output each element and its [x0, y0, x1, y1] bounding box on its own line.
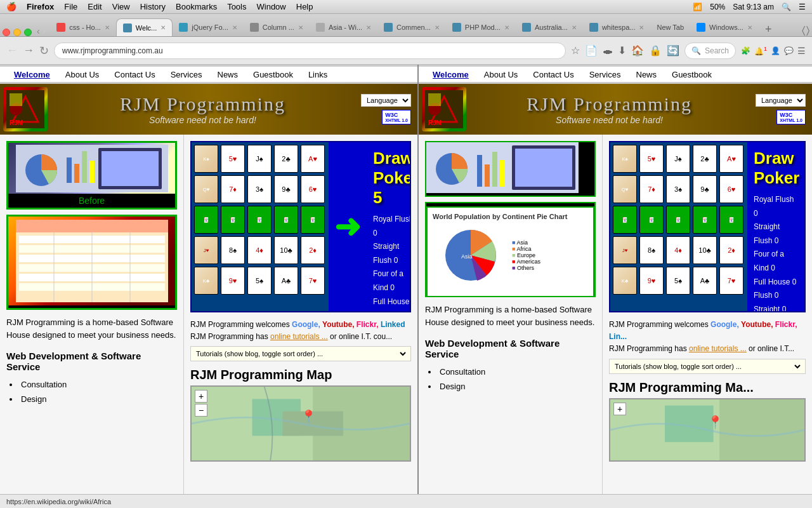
back-button[interactable]: ← [6, 44, 18, 57]
tab-php[interactable]: PHP Mod... ✕ [446, 18, 516, 36]
nav-news-right[interactable]: News [629, 70, 665, 79]
nav-about-right[interactable]: About Us [476, 70, 525, 79]
new-tab-button[interactable]: + [761, 23, 776, 36]
sync-icon[interactable]: 🔄 [667, 44, 679, 57]
tools-menu[interactable]: Tools [227, 2, 246, 11]
chat-icon[interactable]: 💬 [784, 46, 794, 55]
tab-jquery[interactable]: jQuery Fo... ✕ [173, 18, 243, 36]
file-menu[interactable]: File [64, 2, 77, 11]
poker-arrow: ➜ [329, 142, 367, 311]
zoom-out-button-left[interactable]: − [195, 404, 207, 417]
right-site-content: World Population by Continent Pie Chart [419, 135, 812, 494]
tab-column[interactable]: Column ... ✕ [244, 18, 310, 36]
map-container-left[interactable]: + − 📍 [190, 385, 411, 462]
forward-button[interactable]: → [23, 44, 34, 57]
nav-contact-left[interactable]: Contact Us [107, 70, 162, 79]
tutorial-select-right[interactable]: Tutorials (show blog, toggle sort order)… [612, 362, 802, 371]
r-stat-straight: Straight 0 [754, 303, 799, 312]
list-icon[interactable]: ☰ [799, 3, 806, 11]
tutorial-intro-right: RJM Programming welcomes Google, Youtube… [609, 319, 806, 343]
status-bar: https://en.wikipedia.org/wiki/Africa [0, 494, 812, 508]
battery-indicator: 50% [710, 3, 725, 11]
card-2-diamonds: 2♦ [301, 236, 325, 264]
nav-guestbook-right[interactable]: Guestbook [664, 70, 719, 79]
shield-icon[interactable]: 🔒 [649, 44, 662, 57]
reader-icon[interactable]: 📄 [585, 44, 598, 57]
tutorial-link1-left[interactable]: online tutorials ... [270, 332, 328, 341]
tutorial-dropdown-left[interactable]: Tutorials (show blog, toggle sort order)… [190, 346, 411, 361]
home-icon[interactable]: 🏠 [631, 44, 644, 57]
download-icon[interactable]: ⬇ [618, 44, 626, 57]
view-menu[interactable]: View [112, 2, 130, 11]
left-header-text: RJM Programming Software need not be har… [51, 93, 355, 125]
nav-contact-right[interactable]: Contact Us [525, 70, 581, 79]
nav-services-right[interactable]: Services [582, 70, 629, 79]
tab-back-arrow[interactable]: ‹ [37, 26, 40, 36]
tab-css[interactable]: css - Ho... ✕ [50, 18, 116, 36]
language-select-left[interactable]: Language [361, 94, 411, 107]
nav-welcome-left[interactable]: Welcome [6, 70, 58, 79]
tab-whitespace[interactable]: whitespa... ✕ [583, 18, 651, 36]
nav-welcome-right[interactable]: Welcome [425, 70, 476, 79]
highlight-linkedin-left: Linked [381, 320, 405, 329]
menu-icon[interactable]: ☰ [797, 46, 806, 56]
r-tutorial-link1[interactable]: online tutorials ... [689, 344, 747, 353]
r-stat-flush: Flush 0 [754, 289, 799, 303]
address-input[interactable] [54, 43, 566, 59]
close-window-button[interactable] [3, 29, 10, 36]
search-box[interactable]: 🔍 Search [684, 43, 736, 59]
tutorial-select-left[interactable]: Tutorials (show blog, toggle sort order)… [193, 349, 408, 358]
nav-news-left[interactable]: News [210, 70, 246, 79]
before-screenshot [8, 143, 175, 194]
map-zoom-right: + [613, 403, 626, 415]
bookmarks-menu[interactable]: Bookmarks [176, 2, 217, 11]
r-card-3s: 3♠ [666, 175, 690, 203]
zoom-in-button-left[interactable]: + [195, 390, 207, 403]
reload-button[interactable]: ↻ [39, 44, 49, 58]
nav-about-left[interactable]: About Us [58, 70, 107, 79]
r-card-9c: 9♣ [693, 175, 717, 203]
svg-rect-14 [16, 220, 168, 232]
left-site-nav: Welcome About Us Contact Us Services New… [0, 65, 417, 84]
tab-forward-arrow[interactable]: › [43, 26, 46, 36]
maximize-window-button[interactable] [24, 29, 32, 36]
search-icon[interactable]: 🔍 [782, 3, 791, 11]
pocket-icon[interactable]: 🕳 [603, 45, 613, 57]
help-menu[interactable]: Help [296, 2, 313, 11]
left-site-subtitle: Software need not be hard! [51, 115, 355, 125]
tab-welcome[interactable]: Welc... ✕ [116, 18, 173, 36]
firefox-menu[interactable]: Firefox [27, 2, 54, 11]
tab-windows[interactable]: Windows... ✕ [690, 18, 759, 36]
left-sidebar: Before [0, 135, 184, 494]
tab-comment[interactable]: Commen... ✕ [377, 18, 446, 36]
nav-links-left[interactable]: Links [301, 70, 335, 79]
map-container-right[interactable]: + 📍 [609, 398, 806, 462]
tab-scroll-left[interactable]: 〈 [802, 25, 805, 36]
apple-icon[interactable]: 🍎 [6, 2, 16, 11]
poker-banner-left: K♠ 5♥ J♠ 2♣ A♥ Q♥ 7♦ 3♠ 9♣ 6♥ [190, 141, 411, 312]
stat-four-kind: Four of a Kind 0 [373, 267, 411, 295]
window-menu[interactable]: Window [257, 2, 286, 11]
card-q-hearts: Q♥ [194, 175, 218, 203]
address-bar: ← → ↻ ☆ 📄 🕳 ⬇ 🏠 🔒 🔄 🔍 Search 🧩 🔔1 👤 💬 ☰ [0, 37, 812, 65]
minimize-window-button[interactable] [13, 29, 21, 36]
right-site-header: RJM RJM Programming Software need not be… [419, 84, 812, 135]
nav-guestbook-left[interactable]: Guestbook [246, 70, 301, 79]
tab-australia[interactable]: Australia... ✕ [516, 18, 583, 36]
tab-newtab[interactable]: New Tab [650, 18, 690, 36]
pie-chart-section-right: World Population by Continent Pie Chart [426, 206, 594, 297]
notification-icon[interactable]: 🔔1 [754, 46, 767, 56]
tutorial-dropdown-right[interactable]: Tutorials (show blog, toggle sort order)… [609, 359, 806, 374]
tab-asia[interactable]: Asia - Wi... ✕ [310, 18, 377, 36]
avatar-icon[interactable]: 👤 [771, 46, 780, 55]
zoom-in-button-right[interactable]: + [613, 403, 626, 415]
extension-icon[interactable]: 🧩 [741, 46, 750, 55]
language-select-right[interactable]: Language [756, 94, 806, 107]
edit-menu[interactable]: Edit [88, 2, 102, 11]
poker-banner-right: K♠ 5♥ J♠ 2♣ A♥ Q♥ 7♦ 3♠ 9♣ 6♥ 🃏 🃏 [609, 141, 806, 312]
history-menu[interactable]: History [140, 2, 166, 11]
bookmark-icon[interactable]: ☆ [571, 44, 580, 57]
map-section-right: RJM Programming Ma... + 📍 [609, 380, 806, 462]
tab-scroll-right[interactable]: 〉 [806, 25, 809, 36]
nav-services-left[interactable]: Services [163, 70, 210, 79]
